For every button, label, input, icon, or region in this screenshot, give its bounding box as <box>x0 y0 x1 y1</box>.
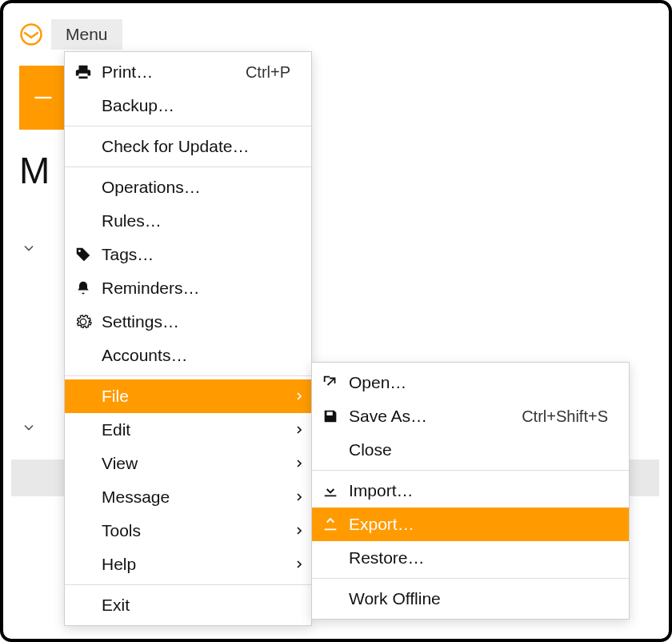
chevron-right-icon <box>287 491 311 504</box>
menu-item-backup[interactable]: Backup… <box>65 89 311 122</box>
menu-item-message[interactable]: Message <box>65 480 311 514</box>
menu-item-shortcut: Ctrl+Shift+S <box>522 407 629 426</box>
toolbar-compose-button[interactable] <box>19 66 67 130</box>
menu-item-label: Rules… <box>102 211 311 231</box>
save-icon <box>312 407 349 425</box>
menu-item-tools[interactable]: Tools <box>65 514 311 548</box>
menu-item-label: Reminders… <box>102 279 311 298</box>
menu-item-label: Tools <box>102 521 287 540</box>
chevron-down-icon[interactable] <box>21 240 40 259</box>
section-heading: M <box>19 149 50 192</box>
menu-item-label: View <box>102 454 287 473</box>
svg-rect-1 <box>35 97 52 98</box>
menu-item-label: Close <box>349 440 629 459</box>
menu-separator <box>312 470 629 471</box>
submenu-item-work-offline[interactable]: Work Offline <box>312 582 629 616</box>
menu-separator <box>65 584 311 585</box>
menu-item-label: File <box>102 387 287 406</box>
menu-item-label: Import… <box>349 481 629 500</box>
import-icon <box>312 482 349 500</box>
menu-item-label: Save As… <box>349 407 522 426</box>
menu-item-rules[interactable]: Rules… <box>65 204 311 238</box>
menu-separator <box>65 167 311 167</box>
chevron-right-icon <box>287 457 311 470</box>
file-submenu: Open… Save As… Ctrl+Shift+S Close Import… <box>311 362 630 620</box>
menu-item-label: Tags… <box>102 245 311 264</box>
chevron-right-icon <box>287 390 311 403</box>
menu-item-print[interactable]: Print… Ctrl+P <box>65 55 311 89</box>
menu-item-label: Message <box>102 488 287 507</box>
menu-item-exit[interactable]: Exit <box>65 588 311 622</box>
submenu-item-save-as[interactable]: Save As… Ctrl+Shift+S <box>312 399 629 433</box>
menu-item-tags[interactable]: Tags… <box>65 238 311 271</box>
submenu-item-restore[interactable]: Restore… <box>312 541 629 575</box>
chevron-right-icon <box>287 423 311 436</box>
menu-item-settings[interactable]: Settings… <box>65 305 311 339</box>
menu-item-label: Help <box>102 555 287 574</box>
menu-separator <box>312 578 629 579</box>
tag-icon <box>65 246 102 263</box>
menu-separator <box>65 126 311 126</box>
chevron-right-icon <box>287 558 311 571</box>
menu-item-label: Edit <box>102 420 287 439</box>
app-logo-icon <box>19 22 43 46</box>
menu-item-operations[interactable]: Operations… <box>65 171 311 204</box>
menu-item-label: Backup… <box>102 96 311 115</box>
menu-item-check-update[interactable]: Check for Update… <box>65 130 311 163</box>
submenu-item-export[interactable]: Export… <box>312 508 629 541</box>
topbar: Menu <box>19 19 122 50</box>
menu-item-edit[interactable]: Edit <box>65 413 311 447</box>
main-menu: Print… Ctrl+P Backup… Check for Update… … <box>64 51 312 626</box>
submenu-item-open[interactable]: Open… <box>312 366 629 399</box>
print-icon <box>65 63 102 81</box>
submenu-item-import[interactable]: Import… <box>312 474 629 508</box>
menu-item-label: Work Offline <box>349 589 629 608</box>
svg-point-2 <box>78 250 81 252</box>
menu-button-label: Menu <box>66 25 108 44</box>
chevron-down-icon[interactable] <box>21 419 40 439</box>
menu-item-accounts[interactable]: Accounts… <box>65 339 311 372</box>
menu-item-label: Exit <box>102 596 311 615</box>
open-external-icon <box>312 374 349 391</box>
menu-item-label: Restore… <box>349 548 629 568</box>
chevron-right-icon <box>287 524 311 537</box>
menu-item-label: Settings… <box>102 312 311 331</box>
app-window: Menu M Print… Ctrl+P Backup… <box>0 0 672 642</box>
export-icon <box>312 516 349 533</box>
gear-icon <box>65 313 102 331</box>
menu-item-file[interactable]: File <box>65 379 311 413</box>
menu-item-help[interactable]: Help <box>65 548 311 581</box>
svg-point-0 <box>22 25 42 45</box>
menu-item-label: Print… <box>102 62 246 82</box>
submenu-item-close[interactable]: Close <box>312 433 629 467</box>
menu-item-label: Operations… <box>102 178 311 197</box>
menu-item-shortcut: Ctrl+P <box>246 63 311 82</box>
bell-icon <box>65 280 102 296</box>
menu-separator <box>65 375 311 376</box>
menu-item-view[interactable]: View <box>65 447 311 480</box>
menu-item-label: Check for Update… <box>102 137 311 156</box>
menu-item-label: Export… <box>349 515 629 534</box>
menu-item-label: Open… <box>349 373 629 392</box>
menu-item-reminders[interactable]: Reminders… <box>65 271 311 305</box>
menu-button[interactable]: Menu <box>51 19 122 50</box>
menu-item-label: Accounts… <box>102 346 311 365</box>
